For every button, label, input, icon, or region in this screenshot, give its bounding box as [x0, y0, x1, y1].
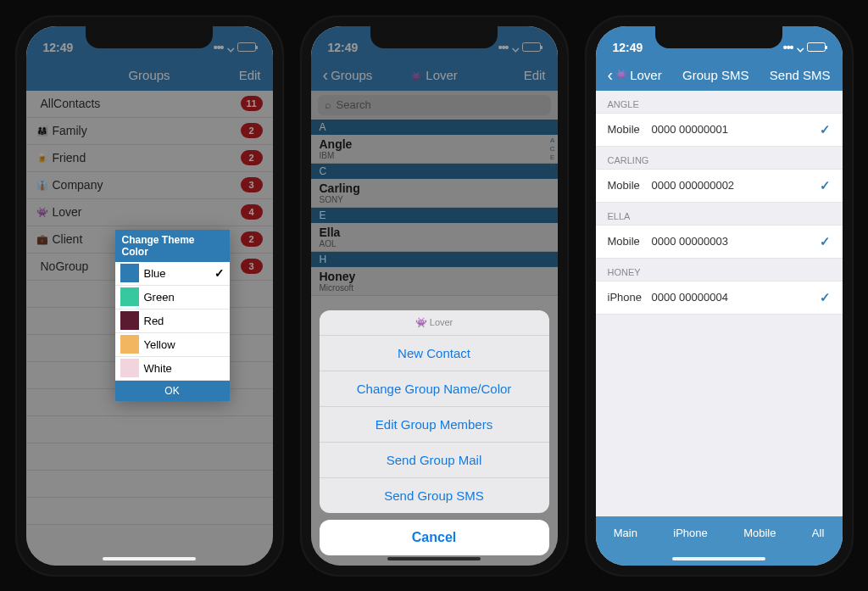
color-label: White — [144, 362, 172, 375]
phone-group-detail: 12:49 ••• ⌵ Groups 👾 Lover Edit — [301, 16, 568, 576]
color-label: Blue — [144, 267, 166, 280]
section-header: ANGLE — [596, 91, 843, 113]
sms-row[interactable]: iPhone0000 00000004✓ — [596, 281, 843, 315]
color-option[interactable]: Yellow — [115, 333, 230, 357]
phone-type: Mobile — [608, 235, 652, 248]
notch — [370, 26, 498, 48]
action-sheet: 👾 Lover New ContactChange Group Name/Col… — [320, 310, 549, 555]
sms-row[interactable]: Mobile0000 00000001✓ — [596, 113, 843, 147]
tab-item[interactable]: Mobile — [743, 527, 776, 539]
checkmark-icon: ✓ — [820, 178, 831, 193]
status-time: 12:49 — [613, 41, 643, 54]
color-swatch — [120, 359, 139, 377]
phone-groups: 12:49 ••• ⌵ Groups Edit AllContacts11👨‍👩… — [16, 16, 283, 576]
tab-item[interactable]: iPhone — [673, 527, 707, 539]
notch — [86, 26, 213, 48]
phone-type: Mobile — [608, 123, 652, 136]
tab-item[interactable]: Main — [614, 527, 637, 539]
notch — [655, 26, 782, 48]
nav-title: Group SMS — [662, 68, 770, 82]
popup-ok-button[interactable]: OK — [115, 381, 230, 401]
sheet-title: 👾 Lover — [320, 310, 549, 336]
home-indicator[interactable] — [387, 557, 481, 560]
color-option[interactable]: Red — [115, 309, 230, 333]
section-header: ELLA — [596, 203, 843, 225]
checkmark-icon — [214, 266, 225, 280]
color-option[interactable]: White — [115, 357, 230, 381]
color-swatch — [120, 335, 139, 354]
send-sms-button[interactable]: Send SMS — [770, 68, 831, 82]
wifi-icon: ⌵ — [797, 41, 804, 54]
color-swatch — [120, 311, 139, 330]
tab-item[interactable]: All — [812, 527, 824, 539]
color-swatch — [120, 287, 139, 306]
checkmark-icon: ✓ — [820, 234, 831, 249]
section-header: HONEY — [596, 259, 843, 281]
checkmark-icon: ✓ — [820, 290, 831, 305]
chevron-left-icon — [608, 68, 614, 82]
sms-row[interactable]: Mobile0000 000000002✓ — [596, 169, 843, 203]
color-option[interactable]: Green — [115, 286, 230, 309]
sheet-item[interactable]: Change Group Name/Color — [320, 371, 549, 407]
sheet-item[interactable]: Send Group Mail — [320, 443, 549, 478]
phone-number: 0000 000000002 — [652, 179, 820, 192]
phone-number: 0000 00000004 — [652, 291, 820, 304]
color-option[interactable]: Blue — [115, 262, 230, 286]
theme-color-popup: Change Theme Color BlueGreenRedYellowWhi… — [115, 230, 230, 401]
phone-number: 0000 00000003 — [652, 235, 820, 248]
home-indicator[interactable] — [672, 557, 765, 560]
phone-type: iPhone — [608, 291, 652, 304]
phone-number: 0000 00000001 — [652, 123, 820, 136]
cellular-icon: ••• — [783, 41, 793, 54]
color-label: Red — [144, 315, 164, 327]
checkmark-icon: ✓ — [820, 122, 831, 137]
nav-bar: 👾 Lover Group SMS Send SMS — [596, 60, 843, 91]
color-label: Green — [144, 291, 175, 304]
color-label: Yellow — [144, 338, 175, 351]
color-swatch — [120, 264, 139, 282]
sheet-item[interactable]: Edit Group Members — [320, 407, 549, 443]
lover-icon: 👾 — [615, 70, 627, 81]
sms-row[interactable]: Mobile0000 00000003✓ — [596, 225, 843, 259]
sheet-item[interactable]: Send Group SMS — [320, 478, 549, 513]
battery-icon — [807, 42, 826, 52]
sheet-cancel-button[interactable]: Cancel — [320, 520, 549, 555]
home-indicator[interactable] — [103, 557, 196, 560]
section-header: CARLING — [596, 147, 843, 169]
phone-type: Mobile — [608, 179, 652, 192]
popup-title: Change Theme Color — [115, 230, 230, 262]
back-button[interactable]: 👾 Lover — [608, 68, 662, 82]
lover-icon: 👾 — [415, 317, 427, 327]
sheet-item[interactable]: New Contact — [320, 336, 549, 371]
phone-group-sms: 12:49 ••• ⌵ 👾 Lover Group SMS Send SMS A… — [586, 16, 853, 576]
